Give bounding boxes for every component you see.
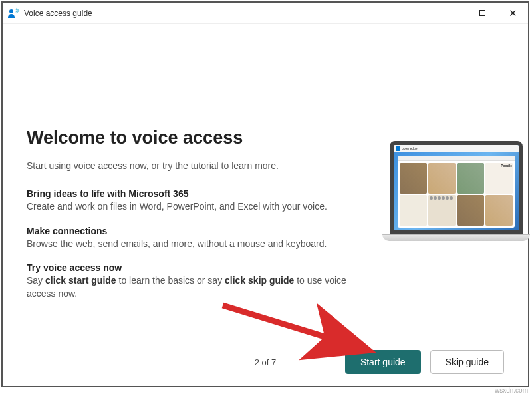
titlebar: Voice access guide ✕ [3, 3, 528, 24]
mic-icon [396, 146, 400, 151]
window-controls: ✕ [436, 3, 528, 23]
minimize-button[interactable] [436, 3, 467, 23]
section-body: Create and work on files in Word, PowerP… [27, 200, 368, 214]
watermark: wsxdn.com [495, 387, 528, 394]
section-title: Bring ideas to life with Microsoft 365 [27, 188, 368, 199]
laptop-caption: open edge [402, 146, 418, 150]
section-try-now: Try voice access now Say click start gui… [27, 262, 368, 300]
content-area: Welcome to voice access Start using voic… [3, 24, 528, 386]
section-body: Say click start guide to learn the basic… [27, 274, 368, 300]
maximize-icon [479, 10, 485, 16]
section-title: Make connections [27, 226, 368, 236]
voice-access-icon [8, 8, 19, 19]
close-icon: ✕ [509, 8, 517, 18]
section-m365: Bring ideas to life with Microsoft 365 C… [27, 188, 368, 214]
minimize-icon [448, 13, 455, 13]
window-title: Voice access guide [24, 9, 92, 18]
footer: 2 of 7 Start guide Skip guide [27, 350, 504, 374]
intro-text: Start using voice access now, or try the… [27, 160, 368, 171]
maximize-button[interactable] [467, 3, 497, 23]
page-heading: Welcome to voice access [27, 128, 368, 148]
start-guide-button[interactable]: Start guide [345, 350, 421, 374]
skip-guide-button[interactable]: Skip guide [430, 350, 504, 374]
section-body: Browse the web, send emails, and more, w… [27, 238, 368, 251]
section-connections: Make connections Browse the web, send em… [27, 226, 368, 251]
app-window: Voice access guide ✕ Welcome to voice ac… [1, 1, 529, 387]
page-indicator: 2 of 7 [255, 357, 277, 367]
close-button[interactable]: ✕ [497, 3, 528, 23]
section-title: Try voice access now [27, 262, 368, 273]
laptop-illustration: open edge Poodle [384, 128, 504, 312]
